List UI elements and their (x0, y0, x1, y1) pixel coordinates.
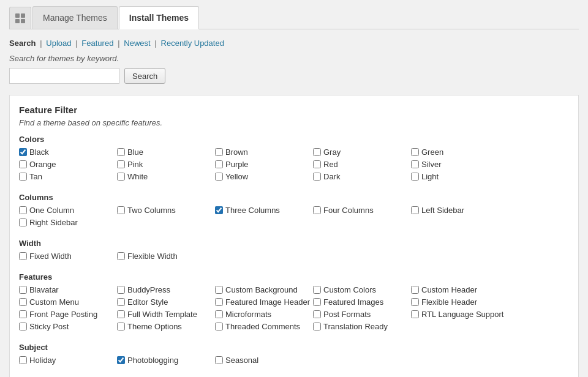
filter-item-custom-background[interactable]: Custom Background (215, 285, 313, 294)
newest-link[interactable]: Newest (124, 39, 150, 48)
filter-item-one-column[interactable]: One Column (19, 206, 117, 215)
filter-item-threaded-comments[interactable]: Threaded Comments (215, 322, 313, 331)
filter-item-flexible-header[interactable]: Flexible Header (411, 297, 509, 307)
checkbox-rtl-language-support[interactable] (411, 310, 419, 318)
filter-item-white[interactable]: White (117, 172, 215, 181)
checkbox-gray[interactable] (313, 148, 321, 156)
filter-item-black[interactable]: Black (19, 147, 117, 157)
checkbox-two-columns[interactable] (117, 206, 125, 214)
filter-item-front-page-posting[interactable]: Front Page Posting (19, 310, 117, 319)
filter-item-light[interactable]: Light (411, 172, 509, 181)
themes-icon-tab[interactable] (9, 7, 31, 29)
filter-item-seasonal[interactable]: Seasonal (215, 356, 313, 365)
checkbox-microformats[interactable] (215, 310, 223, 318)
manage-themes-tab[interactable]: Manage Themes (32, 6, 118, 29)
filter-item-blavatar[interactable]: Blavatar (19, 285, 117, 294)
checkbox-custom-colors[interactable] (313, 286, 321, 294)
filter-item-four-columns[interactable]: Four Columns (313, 206, 411, 215)
checkbox-light[interactable] (411, 173, 419, 181)
filter-item-two-columns[interactable]: Two Columns (117, 206, 215, 215)
checkbox-blue[interactable] (117, 148, 125, 156)
filter-item-custom-colors[interactable]: Custom Colors (313, 285, 411, 294)
checkbox-red[interactable] (313, 160, 321, 168)
checkbox-threaded-comments[interactable] (215, 323, 223, 330)
checkbox-one-column[interactable] (19, 206, 27, 214)
checkbox-four-columns[interactable] (313, 206, 321, 214)
filter-item-sticky-post[interactable]: Sticky Post (19, 322, 117, 331)
checkbox-full-width-template[interactable] (117, 310, 125, 318)
filter-item-dark[interactable]: Dark (313, 172, 411, 181)
checkbox-post-formats[interactable] (313, 310, 321, 318)
checkbox-editor-style[interactable] (117, 298, 125, 306)
filter-item-gray[interactable]: Gray (313, 147, 411, 157)
checkbox-buddypress[interactable] (117, 286, 125, 294)
filter-item-right-sidebar[interactable]: Right Sidebar (19, 218, 117, 227)
filter-item-theme-options[interactable]: Theme Options (117, 322, 215, 331)
filter-item-pink[interactable]: Pink (117, 160, 215, 169)
filter-item-blue[interactable]: Blue (117, 147, 215, 157)
filter-item-custom-menu[interactable]: Custom Menu (19, 297, 117, 307)
filter-item-holiday[interactable]: Holiday (19, 356, 117, 365)
upload-link[interactable]: Upload (46, 39, 71, 48)
checkbox-brown[interactable] (215, 148, 223, 156)
filter-item-featured-image-header[interactable]: Featured Image Header (215, 297, 313, 307)
filter-item-custom-header[interactable]: Custom Header (411, 285, 509, 294)
filter-item-rtl-language-support[interactable]: RTL Language Support (411, 310, 509, 319)
checkbox-photoblogging[interactable] (117, 356, 125, 364)
checkbox-three-columns[interactable] (215, 206, 223, 214)
filter-item-flexible-width[interactable]: Flexible Width (117, 252, 215, 261)
checkbox-custom-header[interactable] (411, 286, 419, 294)
checkbox-orange[interactable] (19, 160, 27, 168)
checkbox-featured-images[interactable] (313, 298, 321, 306)
checkbox-theme-options[interactable] (117, 323, 125, 330)
filter-item-yellow[interactable]: Yellow (215, 172, 313, 181)
filter-item-purple[interactable]: Purple (215, 160, 313, 169)
checkbox-sticky-post[interactable] (19, 323, 27, 330)
checkbox-seasonal[interactable] (215, 356, 223, 364)
recently-updated-link[interactable]: Recently Updated (161, 39, 224, 48)
filter-item-photoblogging[interactable]: Photoblogging (117, 356, 215, 365)
filter-item-featured-images[interactable]: Featured Images (313, 297, 411, 307)
checkbox-featured-image-header[interactable] (215, 298, 223, 306)
checkbox-holiday[interactable] (19, 356, 27, 364)
checkbox-white[interactable] (117, 173, 125, 181)
checkbox-yellow[interactable] (215, 173, 223, 181)
filter-item-full-width-template[interactable]: Full Width Template (117, 310, 215, 319)
checkbox-custom-background[interactable] (215, 286, 223, 294)
checkbox-flexible-header[interactable] (411, 298, 419, 306)
install-themes-tab[interactable]: Install Themes (119, 6, 199, 29)
checkbox-blavatar[interactable] (19, 286, 27, 294)
filter-item-silver[interactable]: Silver (411, 160, 509, 169)
filter-item-green[interactable]: Green (411, 147, 509, 157)
checkbox-dark[interactable] (313, 173, 321, 181)
filter-item-brown[interactable]: Brown (215, 147, 313, 157)
featured-link[interactable]: Featured (81, 39, 113, 48)
checkbox-green[interactable] (411, 148, 419, 156)
filter-item-microformats[interactable]: Microformats (215, 310, 313, 319)
checkbox-purple[interactable] (215, 160, 223, 168)
checkbox-flexible-width[interactable] (117, 252, 125, 260)
checkbox-front-page-posting[interactable] (19, 310, 27, 318)
filter-item-post-formats[interactable]: Post Formats (313, 310, 411, 319)
checkbox-right-sidebar[interactable] (19, 218, 27, 226)
checkbox-translation-ready[interactable] (313, 323, 321, 330)
search-button[interactable]: Search (124, 68, 165, 84)
filter-item-three-columns[interactable]: Three Columns (215, 206, 313, 215)
filter-item-fixed-width[interactable]: Fixed Width (19, 252, 117, 261)
checkbox-tan[interactable] (19, 173, 27, 181)
search-input[interactable] (9, 68, 119, 84)
checkbox-fixed-width[interactable] (19, 252, 27, 260)
filter-item-orange[interactable]: Orange (19, 160, 117, 169)
filter-item-left-sidebar[interactable]: Left Sidebar (411, 206, 509, 215)
checkbox-black[interactable] (19, 148, 27, 156)
filter-item-editor-style[interactable]: Editor Style (117, 297, 215, 307)
checkbox-pink[interactable] (117, 160, 125, 168)
filter-item-buddypress[interactable]: BuddyPress (117, 285, 215, 294)
checkbox-custom-menu[interactable] (19, 298, 27, 306)
filter-item-translation-ready[interactable]: Translation Ready (313, 322, 411, 331)
filter-item-red[interactable]: Red (313, 160, 411, 169)
checkbox-left-sidebar[interactable] (411, 206, 419, 214)
filter-item-tan[interactable]: Tan (19, 172, 117, 181)
checkbox-silver[interactable] (411, 160, 419, 168)
label-buddypress: BuddyPress (127, 285, 170, 294)
